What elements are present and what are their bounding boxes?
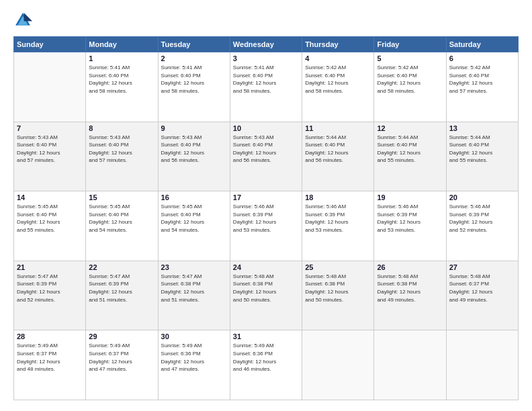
calendar-cell: 5Sunrise: 5:42 AM Sunset: 6:40 PM Daylig…: [374, 52, 446, 122]
calendar-cell: 31Sunrise: 5:49 AM Sunset: 6:36 PM Dayli…: [230, 330, 302, 400]
day-info: Sunrise: 5:44 AM Sunset: 6:40 PM Dayligh…: [305, 134, 371, 165]
day-info: Sunrise: 5:42 AM Sunset: 6:40 PM Dayligh…: [449, 64, 515, 95]
calendar-cell: 6Sunrise: 5:42 AM Sunset: 6:40 PM Daylig…: [446, 52, 518, 122]
day-number: 29: [89, 332, 154, 340]
calendar-cell: 25Sunrise: 5:48 AM Sunset: 6:38 PM Dayli…: [302, 261, 374, 330]
calendar-cell: 1Sunrise: 5:41 AM Sunset: 6:40 PM Daylig…: [86, 52, 158, 122]
day-info: Sunrise: 5:49 AM Sunset: 6:37 PM Dayligh…: [17, 342, 83, 373]
day-number: 20: [449, 193, 515, 201]
page: SundayMondayTuesdayWednesdayThursdayFrid…: [0, 0, 532, 411]
calendar-cell: 27Sunrise: 5:48 AM Sunset: 6:37 PM Dayli…: [446, 261, 518, 330]
day-info: Sunrise: 5:41 AM Sunset: 6:40 PM Dayligh…: [161, 64, 227, 95]
calendar-cell: 13Sunrise: 5:44 AM Sunset: 6:40 PM Dayli…: [446, 122, 518, 191]
calendar-cell: 10Sunrise: 5:43 AM Sunset: 6:40 PM Dayli…: [230, 122, 302, 191]
day-info: Sunrise: 5:45 AM Sunset: 6:40 PM Dayligh…: [161, 203, 227, 234]
calendar-cell: 24Sunrise: 5:48 AM Sunset: 6:38 PM Dayli…: [230, 261, 302, 330]
calendar-table: SundayMondayTuesdayWednesdayThursdayFrid…: [13, 36, 519, 400]
weekday-header-monday: Monday: [86, 37, 158, 52]
weekday-header-wednesday: Wednesday: [230, 37, 302, 52]
calendar-cell: 7Sunrise: 5:43 AM Sunset: 6:40 PM Daylig…: [14, 122, 86, 191]
day-number: 24: [233, 263, 299, 271]
day-number: 10: [233, 124, 299, 132]
day-number: 7: [17, 124, 83, 132]
day-info: Sunrise: 5:43 AM Sunset: 6:40 PM Dayligh…: [17, 134, 83, 165]
calendar-cell: 15Sunrise: 5:45 AM Sunset: 6:40 PM Dayli…: [86, 191, 158, 261]
calendar-cell: [14, 52, 86, 122]
calendar-cell: 12Sunrise: 5:44 AM Sunset: 6:40 PM Dayli…: [374, 122, 446, 191]
day-number: 13: [449, 124, 515, 132]
day-info: Sunrise: 5:43 AM Sunset: 6:40 PM Dayligh…: [161, 134, 227, 165]
calendar-week-row: 28Sunrise: 5:49 AM Sunset: 6:37 PM Dayli…: [14, 330, 519, 400]
day-number: 27: [449, 263, 515, 271]
day-number: 11: [305, 124, 371, 132]
calendar-week-row: 1Sunrise: 5:41 AM Sunset: 6:40 PM Daylig…: [14, 52, 519, 122]
day-number: 15: [89, 193, 154, 201]
calendar-cell: 23Sunrise: 5:47 AM Sunset: 6:38 PM Dayli…: [158, 261, 230, 330]
weekday-header-sunday: Sunday: [14, 37, 86, 52]
weekday-header-thursday: Thursday: [302, 37, 374, 52]
calendar-week-row: 7Sunrise: 5:43 AM Sunset: 6:40 PM Daylig…: [14, 122, 519, 191]
day-info: Sunrise: 5:45 AM Sunset: 6:40 PM Dayligh…: [89, 203, 154, 234]
header: [13, 11, 519, 30]
calendar-cell: 11Sunrise: 5:44 AM Sunset: 6:40 PM Dayli…: [302, 122, 374, 191]
calendar-cell: 26Sunrise: 5:48 AM Sunset: 6:38 PM Dayli…: [374, 261, 446, 330]
calendar-cell: 16Sunrise: 5:45 AM Sunset: 6:40 PM Dayli…: [158, 191, 230, 261]
weekday-header-friday: Friday: [374, 37, 446, 52]
day-info: Sunrise: 5:47 AM Sunset: 6:39 PM Dayligh…: [17, 273, 83, 304]
calendar-cell: [374, 330, 446, 400]
calendar-cell: [302, 330, 374, 400]
day-number: 16: [161, 193, 227, 201]
day-info: Sunrise: 5:43 AM Sunset: 6:40 PM Dayligh…: [233, 134, 299, 165]
day-info: Sunrise: 5:48 AM Sunset: 6:37 PM Dayligh…: [449, 273, 515, 304]
svg-marker-2: [24, 13, 32, 21]
logo-icon: [13, 11, 32, 30]
day-number: 25: [305, 263, 371, 271]
day-info: Sunrise: 5:49 AM Sunset: 6:36 PM Dayligh…: [161, 342, 227, 373]
day-info: Sunrise: 5:49 AM Sunset: 6:36 PM Dayligh…: [233, 342, 299, 373]
day-number: 31: [233, 332, 299, 340]
day-number: 19: [377, 193, 443, 201]
day-info: Sunrise: 5:48 AM Sunset: 6:38 PM Dayligh…: [233, 273, 299, 304]
day-number: 8: [89, 124, 154, 132]
day-info: Sunrise: 5:46 AM Sunset: 6:39 PM Dayligh…: [305, 203, 371, 234]
day-number: 22: [89, 263, 154, 271]
calendar-cell: 19Sunrise: 5:46 AM Sunset: 6:39 PM Dayli…: [374, 191, 446, 261]
day-number: 21: [17, 263, 83, 271]
calendar-cell: 4Sunrise: 5:42 AM Sunset: 6:40 PM Daylig…: [302, 52, 374, 122]
day-number: 14: [17, 193, 83, 201]
day-number: 4: [305, 54, 371, 62]
day-number: 9: [161, 124, 227, 132]
day-info: Sunrise: 5:42 AM Sunset: 6:40 PM Dayligh…: [305, 64, 371, 95]
day-number: 30: [161, 332, 227, 340]
day-number: 26: [377, 263, 443, 271]
day-number: 5: [377, 54, 443, 62]
calendar-cell: 3Sunrise: 5:41 AM Sunset: 6:40 PM Daylig…: [230, 52, 302, 122]
day-info: Sunrise: 5:47 AM Sunset: 6:38 PM Dayligh…: [161, 273, 227, 304]
weekday-header-saturday: Saturday: [446, 37, 518, 52]
day-number: 17: [233, 193, 299, 201]
calendar-week-row: 21Sunrise: 5:47 AM Sunset: 6:39 PM Dayli…: [14, 261, 519, 330]
day-info: Sunrise: 5:46 AM Sunset: 6:39 PM Dayligh…: [233, 203, 299, 234]
calendar-cell: 14Sunrise: 5:45 AM Sunset: 6:40 PM Dayli…: [14, 191, 86, 261]
day-info: Sunrise: 5:41 AM Sunset: 6:40 PM Dayligh…: [89, 64, 154, 95]
day-number: 3: [233, 54, 299, 62]
day-info: Sunrise: 5:48 AM Sunset: 6:38 PM Dayligh…: [377, 273, 443, 304]
day-info: Sunrise: 5:44 AM Sunset: 6:40 PM Dayligh…: [377, 134, 443, 165]
calendar-cell: 18Sunrise: 5:46 AM Sunset: 6:39 PM Dayli…: [302, 191, 374, 261]
day-info: Sunrise: 5:44 AM Sunset: 6:40 PM Dayligh…: [449, 134, 515, 165]
calendar-cell: 20Sunrise: 5:46 AM Sunset: 6:39 PM Dayli…: [446, 191, 518, 261]
day-number: 18: [305, 193, 371, 201]
calendar-week-row: 14Sunrise: 5:45 AM Sunset: 6:40 PM Dayli…: [14, 191, 519, 261]
calendar-cell: 8Sunrise: 5:43 AM Sunset: 6:40 PM Daylig…: [86, 122, 158, 191]
calendar-header-row: SundayMondayTuesdayWednesdayThursdayFrid…: [14, 37, 519, 52]
day-info: Sunrise: 5:49 AM Sunset: 6:37 PM Dayligh…: [89, 342, 154, 373]
day-info: Sunrise: 5:42 AM Sunset: 6:40 PM Dayligh…: [377, 64, 443, 95]
day-number: 6: [449, 54, 515, 62]
day-info: Sunrise: 5:41 AM Sunset: 6:40 PM Dayligh…: [233, 64, 299, 95]
calendar-cell: 2Sunrise: 5:41 AM Sunset: 6:40 PM Daylig…: [158, 52, 230, 122]
calendar-cell: 9Sunrise: 5:43 AM Sunset: 6:40 PM Daylig…: [158, 122, 230, 191]
day-number: 28: [17, 332, 83, 340]
calendar-cell: 17Sunrise: 5:46 AM Sunset: 6:39 PM Dayli…: [230, 191, 302, 261]
day-number: 23: [161, 263, 227, 271]
day-info: Sunrise: 5:47 AM Sunset: 6:39 PM Dayligh…: [89, 273, 154, 304]
